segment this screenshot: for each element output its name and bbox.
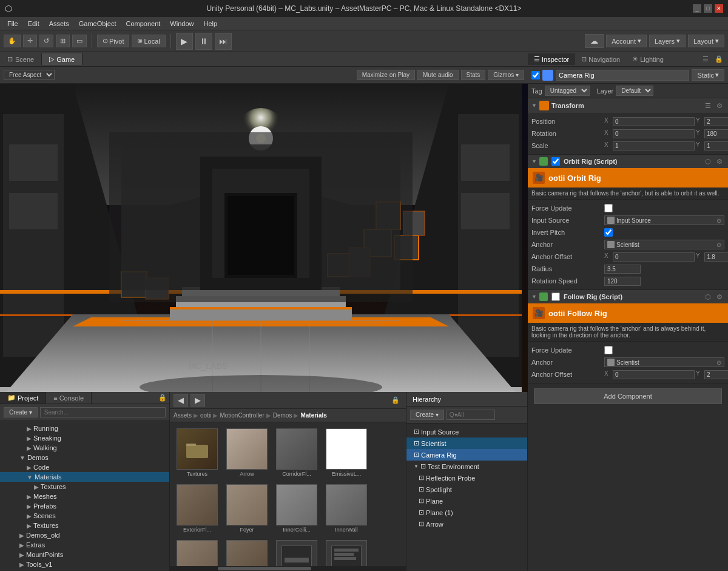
- anchor-ref-dot-icon[interactable]: ⊙: [716, 242, 721, 248]
- play-button[interactable]: ▶: [176, 33, 193, 50]
- panel-lock-icon[interactable]: 🔒: [156, 392, 169, 404]
- scene-tab[interactable]: ⊡ Scene: [0, 53, 42, 65]
- tree-item-sneaking[interactable]: ▶ Sneaking: [0, 433, 169, 443]
- hierarchy-item-plane[interactable]: ⊡ Plane: [406, 495, 527, 507]
- account-dropdown[interactable]: Account ▾: [606, 35, 647, 47]
- asset-innerceil[interactable]: InnerCeili...: [273, 482, 320, 535]
- orbit-menu-icon[interactable]: ⚙: [715, 158, 724, 166]
- follow-anchor-offset-y[interactable]: [704, 370, 728, 379]
- follow-enabled-checkbox[interactable]: [551, 292, 560, 301]
- menu-file[interactable]: File: [2, 19, 23, 29]
- tree-item-walking[interactable]: ▶ Walking: [0, 443, 169, 453]
- tree-item-demos-old[interactable]: ▶ Demos_old: [0, 530, 169, 540]
- position-x-input[interactable]: [613, 117, 695, 126]
- console-tab[interactable]: ≡ Console: [46, 392, 92, 404]
- scale-x-input[interactable]: [613, 141, 695, 150]
- tree-item-scenes[interactable]: ▶ Scenes: [0, 511, 169, 521]
- object-name-input[interactable]: [556, 70, 689, 81]
- lighting-tab[interactable]: ☀ Lighting: [626, 53, 670, 65]
- breadcrumb-assets[interactable]: Assets: [174, 412, 192, 419]
- orbit-input-source-field[interactable]: Input Source ⊙: [604, 215, 724, 225]
- tree-item-meshes[interactable]: ▶ Meshes: [0, 492, 169, 501]
- orbit-invert-pitch-checkbox[interactable]: [604, 228, 613, 237]
- hierarchy-item-test-env[interactable]: ▼ ⊡ Test Environment: [406, 461, 527, 472]
- layers-dropdown[interactable]: Layers ▾: [649, 35, 686, 47]
- layer-select[interactable]: Default: [616, 86, 653, 96]
- tree-item-tools[interactable]: ▶ Tools_v1: [0, 559, 169, 569]
- orbit-copy-icon[interactable]: ⬡: [703, 158, 713, 166]
- hierarchy-item-camera-rig[interactable]: ⊡ Camera Rig: [406, 449, 527, 461]
- orbit-enabled-checkbox[interactable]: [551, 157, 560, 166]
- tree-item-textures[interactable]: ▶ Textures: [0, 521, 169, 530]
- maximize-button[interactable]: □: [704, 4, 712, 13]
- project-search-input[interactable]: [40, 407, 166, 417]
- rotation-x-input[interactable]: [613, 129, 695, 138]
- close-button[interactable]: ✕: [715, 4, 723, 13]
- tree-item-materials[interactable]: ▼ Materials: [0, 472, 169, 482]
- hierarchy-item-spotlight[interactable]: ⊡ Spotlight: [406, 484, 527, 495]
- move-tool-button[interactable]: ✛: [23, 35, 37, 47]
- orbit-radius-input[interactable]: [604, 265, 641, 274]
- mute-audio-button[interactable]: Mute audio: [417, 70, 458, 80]
- asset-emissive[interactable]: EmissiveL...: [323, 426, 370, 479]
- tree-item-demos[interactable]: ▼ Demos: [0, 453, 169, 462]
- tree-item-mountpoints[interactable]: ▶ MountPoints: [0, 550, 169, 559]
- asset-lock-icon[interactable]: 🔒: [389, 395, 402, 405]
- hierarchy-create-button[interactable]: Create ▾: [410, 410, 444, 420]
- cloud-button[interactable]: ☁: [585, 34, 604, 48]
- breadcrumb-demos[interactable]: Demos: [273, 412, 292, 419]
- menu-window[interactable]: Window: [165, 19, 198, 29]
- orbit-anchor-offset-y[interactable]: [704, 252, 728, 262]
- asset-instruct2[interactable]: Instructio...: [323, 538, 370, 566]
- tree-item-prefabs[interactable]: ▶ Prefabs: [0, 501, 169, 511]
- create-button[interactable]: Create ▾: [4, 407, 38, 417]
- stats-button[interactable]: Stats: [461, 70, 486, 80]
- object-active-checkbox[interactable]: [531, 71, 540, 79]
- tree-item-running[interactable]: ▶ Running: [0, 424, 169, 433]
- orbit-rig-header[interactable]: ▼ Orbit Rig (Script) ⬡ ⚙: [528, 155, 728, 168]
- menu-component[interactable]: Component: [121, 19, 165, 29]
- ref-dot-icon[interactable]: ⊙: [716, 217, 721, 224]
- position-y-input[interactable]: [704, 117, 728, 126]
- transform-lock-icon[interactable]: ⚙: [715, 102, 724, 110]
- scene-viewport[interactable]: MC_LABS: [0, 84, 528, 392]
- transform-header[interactable]: ▼ Transform ☰ ⚙: [528, 98, 728, 113]
- asset-corridorfl[interactable]: CorridorFl...: [273, 426, 320, 479]
- menu-help[interactable]: Help: [198, 19, 222, 29]
- aspect-select[interactable]: Free Aspect: [4, 70, 55, 80]
- follow-anchor-offset-x[interactable]: [613, 370, 695, 379]
- asset-forward-button[interactable]: ▶: [190, 394, 205, 407]
- menu-assets[interactable]: Assets: [44, 19, 74, 29]
- rotate-tool-button[interactable]: ↺: [39, 35, 53, 47]
- breadcrumb-ootii[interactable]: ootii: [200, 412, 211, 419]
- project-tab[interactable]: 📁 Project: [0, 392, 46, 404]
- tree-item-extras[interactable]: ▶ Extras: [0, 540, 169, 550]
- transform-menu-icon[interactable]: ☰: [703, 102, 713, 110]
- rect-tool-button[interactable]: ▭: [72, 35, 87, 47]
- hierarchy-tab[interactable]: Hierarchy: [406, 394, 447, 405]
- step-button[interactable]: ⏭: [215, 33, 232, 50]
- pause-button[interactable]: ⏸: [195, 33, 212, 50]
- asset-instruct1[interactable]: Instructio...: [273, 538, 320, 566]
- tree-item-textures-sub[interactable]: ▶ Textures: [0, 482, 169, 492]
- gizmos-button[interactable]: Gizmos ▾: [488, 70, 524, 80]
- asset-textures-folder[interactable]: Textures: [174, 426, 221, 479]
- breadcrumb-motioncontroller[interactable]: MotionController: [220, 412, 264, 419]
- inspector-tab[interactable]: ☰ Inspector: [528, 53, 575, 65]
- add-component-button[interactable]: Add Component: [534, 388, 722, 404]
- follow-menu-icon[interactable]: ⚙: [715, 293, 724, 301]
- asset-arrow[interactable]: Arrow: [223, 426, 271, 479]
- pivot-button[interactable]: ⊙ Pivot: [97, 35, 129, 47]
- asset-innerwall3[interactable]: InnerWall3: [223, 538, 271, 566]
- scale-y-input[interactable]: [704, 141, 728, 150]
- game-tab[interactable]: ▷ Game: [42, 53, 83, 65]
- asset-scroll-bar[interactable]: [170, 566, 406, 571]
- asset-back-button[interactable]: ◀: [174, 394, 188, 407]
- layout-dropdown[interactable]: Layout ▾: [688, 35, 724, 47]
- tag-select[interactable]: Untagged: [545, 86, 590, 96]
- hierarchy-search-input[interactable]: [447, 410, 495, 420]
- orbit-anchor-offset-x[interactable]: [613, 252, 695, 262]
- maximize-on-play-button[interactable]: Maximize on Play: [357, 70, 415, 80]
- orbit-rotation-speed-input[interactable]: [604, 277, 641, 286]
- follow-rig-header[interactable]: ▼ Follow Rig (Script) ⬡ ⚙: [528, 290, 728, 303]
